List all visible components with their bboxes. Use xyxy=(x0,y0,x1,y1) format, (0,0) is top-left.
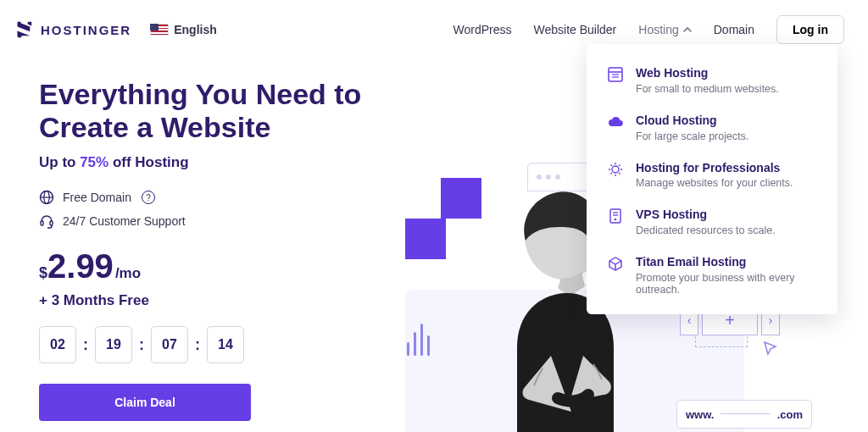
timer-days: 02 xyxy=(39,326,76,363)
chevron-up-icon xyxy=(683,25,692,34)
url-bar-illustration: www. .com xyxy=(676,400,812,429)
feature-support: 24/7 Customer Support xyxy=(39,213,378,229)
months-free: + 3 Months Free xyxy=(39,292,378,309)
nav-hosting-label: Hosting xyxy=(638,23,678,36)
cloud-icon xyxy=(607,114,624,130)
price-amount: 2.99 xyxy=(47,247,114,285)
svg-point-8 xyxy=(615,219,617,221)
feature-text: 24/7 Customer Support xyxy=(63,214,186,228)
feature-text: Free Domain xyxy=(63,191,131,204)
box-icon xyxy=(607,255,624,272)
url-www: www. xyxy=(686,408,714,421)
help-icon[interactable]: ? xyxy=(142,191,155,204)
dd-sub: Manage websites for your clients. xyxy=(636,177,793,189)
dropdown-titan-email[interactable]: Titan Email HostingPromote your business… xyxy=(607,255,817,296)
cursor-icon xyxy=(763,341,778,360)
dd-title: VPS Hosting xyxy=(636,208,776,222)
countdown-timer: 02: 19: 07: 14 xyxy=(39,326,378,363)
globe-icon xyxy=(39,190,54,205)
headset-icon xyxy=(39,213,54,229)
dd-title: Web Hosting xyxy=(636,66,779,80)
hero-headline: Everything You Need to Create a Website xyxy=(39,78,378,144)
dd-title: Cloud Hosting xyxy=(636,114,748,128)
dd-sub: For large scale projects. xyxy=(636,130,748,142)
sub-post: off Hosting xyxy=(108,154,188,170)
web-hosting-icon xyxy=(607,66,624,83)
dropdown-vps-hosting[interactable]: VPS HostingDedicated resources to scale. xyxy=(607,208,817,236)
dropdown-web-hosting[interactable]: Web HostingFor small to medium websites. xyxy=(607,66,817,95)
claim-deal-button[interactable]: Claim Deal xyxy=(39,384,251,421)
login-button[interactable]: Log in xyxy=(776,15,844,44)
bars-icon xyxy=(407,324,430,356)
timer-seconds: 14 xyxy=(207,326,244,363)
hostinger-logo-icon xyxy=(15,20,34,39)
timer-minutes: 07 xyxy=(151,326,188,363)
brand-text: HOSTINGER xyxy=(41,23,131,37)
dropdown-cloud-hosting[interactable]: Cloud HostingFor large scale projects. xyxy=(607,114,817,142)
dd-title: Titan Email Hosting xyxy=(636,255,817,269)
feature-free-domain: Free Domain ? xyxy=(39,190,378,205)
gear-user-icon xyxy=(607,161,624,178)
svg-rect-5 xyxy=(610,209,620,223)
flag-us-icon xyxy=(150,24,169,36)
dropdown-hosting-professionals[interactable]: Hosting for ProfessionalsManage websites… xyxy=(607,161,817,190)
dd-sub: Promote your business with every outreac… xyxy=(636,272,817,296)
hosting-dropdown: Web HostingFor small to medium websites.… xyxy=(587,44,837,314)
sub-pct: 75% xyxy=(80,154,108,170)
dd-title: Hosting for Professionals xyxy=(636,161,793,175)
svg-point-4 xyxy=(612,166,619,173)
timer-hours: 19 xyxy=(95,326,132,363)
language-switcher[interactable]: English xyxy=(150,23,217,36)
currency: $ xyxy=(39,264,47,282)
hero-subtext: Up to 75% off Hosting xyxy=(39,154,378,171)
url-com: .com xyxy=(777,408,803,421)
nav-website-builder[interactable]: Website Builder xyxy=(533,23,616,36)
decor-square-icon xyxy=(405,219,446,259)
nav-hosting[interactable]: Hosting xyxy=(638,23,691,36)
server-icon xyxy=(607,208,624,224)
dd-sub: For small to medium websites. xyxy=(636,83,779,95)
price-period: /mo xyxy=(115,265,141,282)
nav-domain[interactable]: Domain xyxy=(714,23,754,36)
brand-logo[interactable]: HOSTINGER xyxy=(15,20,131,39)
sub-pre: Up to xyxy=(39,154,80,170)
language-label: English xyxy=(174,23,217,36)
price: $ 2.99 /mo xyxy=(39,247,378,285)
nav-wordpress[interactable]: WordPress xyxy=(453,23,512,36)
dd-sub: Dedicated resources to scale. xyxy=(636,224,776,236)
